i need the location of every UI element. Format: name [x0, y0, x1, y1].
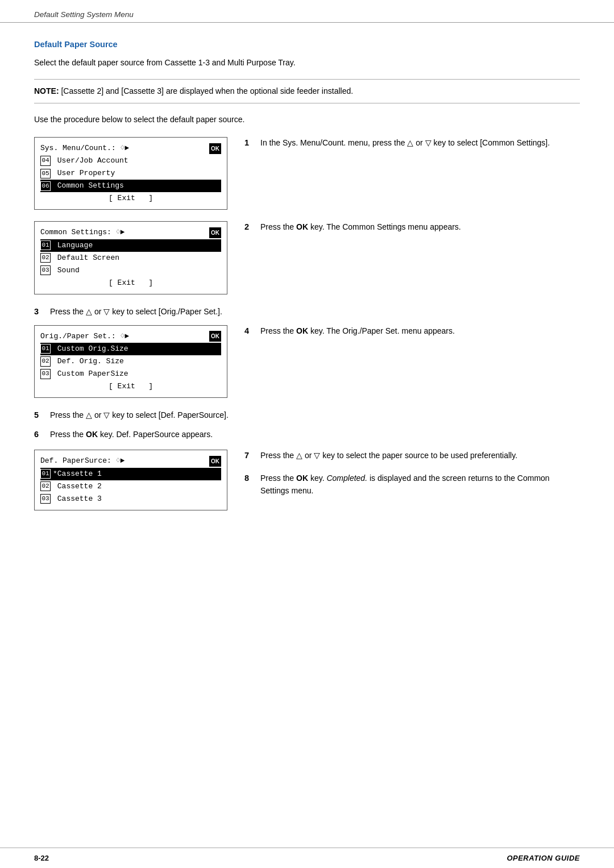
step4-row: Orig./Paper Set.: ♢►OK 01 Custom Orig.Si…	[34, 325, 580, 398]
screen1-container: Sys. Menu/Count.: ♢►OK 04 User/Job Accou…	[34, 137, 227, 210]
step2-row: Common Settings: ♢►OK 01 Language 02 Def…	[34, 221, 580, 294]
screen3-num3: 03	[40, 369, 51, 379]
note-label: NOTE:	[34, 86, 59, 95]
step5-text: Press the △ or ▽ key to select [Def. Pap…	[50, 409, 580, 422]
screen3-text2: Def. Orig. Size	[53, 355, 124, 368]
screen3-container: Orig./Paper Set.: ♢►OK 01 Custom Orig.Si…	[34, 325, 227, 398]
screen2-text2: Default Screen	[53, 252, 119, 264]
step6-inner: 6 Press the OK key. Def. PaperSource app…	[34, 429, 580, 441]
screen3-ok: OK	[209, 331, 221, 342]
screen4-num1: 01	[40, 469, 51, 479]
procedure-intro: Use the procedure below to select the de…	[34, 114, 580, 126]
step4-content: 4 Press the OK key. The Orig./Paper Set.…	[244, 325, 580, 338]
screen2-text3: Sound	[53, 264, 80, 277]
screen3-item2: 02 Def. Orig. Size	[40, 355, 221, 368]
screen2-container: Common Settings: ♢►OK 01 Language 02 Def…	[34, 221, 227, 294]
intro-text: Select the default paper source from Cas…	[34, 57, 580, 69]
screen3-item3: 03 Custom PaperSize	[40, 368, 221, 380]
step1-row: Sys. Menu/Count.: ♢►OK 04 User/Job Accou…	[34, 137, 580, 210]
screen1-item1: 04 User/Job Account	[40, 155, 221, 167]
note-box: NOTE: [Cassette 2] and [Cassette 3] are …	[34, 79, 580, 103]
page: Default Setting System Menu Default Pape…	[0, 0, 614, 868]
section-heading: Default Paper Source	[34, 40, 580, 49]
screen3: Orig./Paper Set.: ♢►OK 01 Custom Orig.Si…	[34, 325, 227, 398]
step4-inner: 4 Press the OK key. The Orig./Paper Set.…	[244, 325, 580, 338]
step7-text: Press the △ or ▽ key to select the paper…	[260, 450, 580, 462]
screen4-arrow: ♢►	[116, 456, 125, 465]
step8-block: 8 Press the OK key. Completed. is displa…	[244, 472, 580, 497]
step7-block: 7 Press the △ or ▽ key to select the pap…	[244, 450, 580, 462]
screen1-num1: 04	[40, 156, 51, 165]
screen4: Def. PaperSurce: ♢►OK 01*Cassette 1 02 C…	[34, 450, 227, 510]
step6-block: 6 Press the OK key. Def. PaperSource app…	[34, 429, 580, 441]
screen3-num1: 01	[40, 344, 51, 354]
step2-content: 2 Press the OK key. The Common Settings …	[244, 221, 580, 234]
step6-num: 6	[34, 429, 50, 441]
screen1-num2: 05	[40, 169, 51, 178]
screen2-ok: OK	[209, 227, 221, 238]
step8-text: Press the OK key. Completed. is displaye…	[260, 472, 580, 497]
step3-num: 3	[34, 306, 50, 318]
screen3-arrow: ♢►	[120, 332, 129, 340]
screen4-item1: 01*Cassette 1	[40, 468, 221, 480]
step1-content: 1 In the Sys. Menu/Count. menu, press th…	[244, 137, 580, 149]
step1-text: In the Sys. Menu/Count. menu, press the …	[260, 137, 580, 149]
screen1-title: Sys. Menu/Count.: ♢►	[40, 142, 129, 155]
screen4-item2: 02 Cassette 2	[40, 480, 221, 493]
screen2-num2: 02	[40, 253, 51, 263]
page-header: Default Setting System Menu	[0, 0, 614, 23]
screen2-text1: Language	[53, 239, 93, 252]
screen3-num2: 02	[40, 356, 51, 366]
screen2-num1: 01	[40, 240, 51, 250]
step7-row: Def. PaperSurce: ♢►OK 01*Cassette 1 02 C…	[34, 450, 580, 510]
step3-text-standalone: 3 Press the △ or ▽ key to select [Orig./…	[34, 306, 580, 318]
screen1-text1: User/Job Account	[53, 155, 128, 167]
screen2-title: Common Settings: ♢►	[40, 226, 125, 239]
screen2-num3: 03	[40, 265, 51, 275]
screen4-text3: Cassette 3	[53, 493, 102, 505]
screen4-num2: 02	[40, 481, 51, 491]
step3-inner: 3 Press the △ or ▽ key to select [Orig./…	[34, 306, 580, 318]
screen2-header: Common Settings: ♢►OK	[40, 226, 221, 239]
screen3-text1: Custom Orig.Size	[53, 343, 128, 355]
header-title: Default Setting System Menu	[34, 10, 134, 19]
main-content: Default Paper Source Select the default …	[0, 23, 614, 545]
screen3-item1: 01 Custom Orig.Size	[40, 343, 221, 355]
footer-guide-title: OPERATION GUIDE	[507, 854, 580, 862]
screen2: Common Settings: ♢►OK 01 Language 02 Def…	[34, 221, 227, 294]
screen1-item3: 06 Common Settings	[40, 180, 221, 192]
step4-text: Press the OK key. The Orig./Paper Set. m…	[260, 325, 580, 338]
step8-num: 8	[244, 472, 260, 497]
step1-num: 1	[244, 137, 260, 149]
screen3-header: Orig./Paper Set.: ♢►OK	[40, 330, 221, 343]
step2-num: 2	[244, 221, 260, 234]
screen4-num3: 03	[40, 494, 51, 504]
screen2-exit: [ Exit ]	[40, 277, 221, 289]
screen3-title: Orig./Paper Set.: ♢►	[40, 330, 129, 343]
screen1-num3: 06	[40, 181, 51, 191]
screen1-text2: User Property	[53, 167, 115, 180]
screen1-text3: Common Settings	[53, 180, 124, 192]
screen4-title: Def. PaperSurce: ♢►	[40, 455, 125, 467]
screen1-header: Sys. Menu/Count.: ♢►OK	[40, 142, 221, 155]
step3-text: Press the △ or ▽ key to select [Orig./Pa…	[50, 306, 580, 318]
screen3-text3: Custom PaperSize	[53, 368, 128, 380]
step2-text: Press the OK key. The Common Settings me…	[260, 221, 580, 234]
screen1-arrow: ♢►	[120, 144, 129, 152]
step4-num: 4	[244, 325, 260, 338]
screen2-arrow: ♢►	[116, 228, 125, 236]
step7-num: 7	[244, 450, 260, 462]
step7-inner: 7 Press the △ or ▽ key to select the pap…	[244, 450, 580, 462]
screen1-item2: 05 User Property	[40, 167, 221, 180]
screen2-item3: 03 Sound	[40, 264, 221, 277]
step1-inner: 1 In the Sys. Menu/Count. menu, press th…	[244, 137, 580, 149]
screen4-text1: *Cassette 1	[53, 468, 102, 480]
screen4-container: Def. PaperSurce: ♢►OK 01*Cassette 1 02 C…	[34, 450, 227, 510]
footer-page-num: 8-22	[34, 854, 49, 862]
step6-text: Press the OK key. Def. PaperSource appea…	[50, 429, 580, 441]
screen1-ok: OK	[209, 143, 221, 154]
step5-inner: 5 Press the △ or ▽ key to select [Def. P…	[34, 409, 580, 422]
step5-num: 5	[34, 409, 50, 422]
screen4-text2: Cassette 2	[53, 480, 102, 493]
step2-inner: 2 Press the OK key. The Common Settings …	[244, 221, 580, 234]
